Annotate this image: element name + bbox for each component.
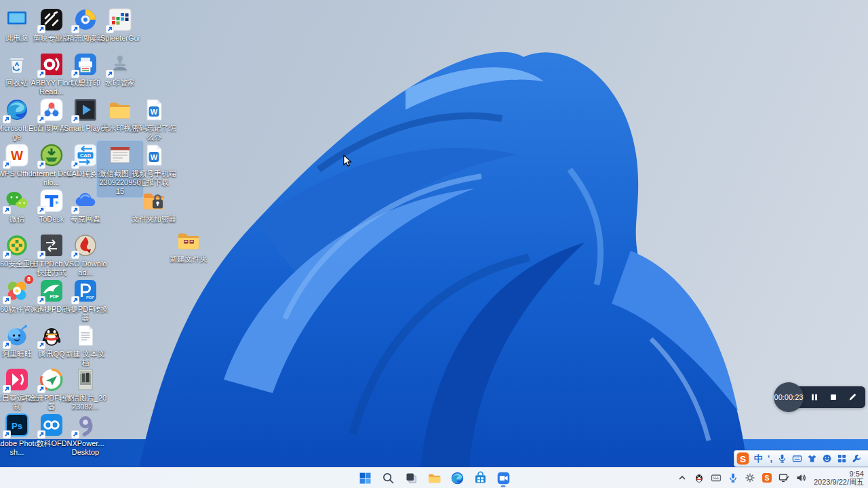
edge-button[interactable] — [448, 469, 467, 487]
folderlock-icon — [141, 188, 167, 214]
start-button[interactable] — [355, 469, 374, 487]
ime-punctuation-mode[interactable]: ’, — [768, 453, 772, 464]
file-explorer-button[interactable] — [425, 469, 443, 487]
edge-icon — [4, 97, 30, 123]
recording-time: 00:00:23 — [774, 393, 804, 401]
desktop-icon-vso-downloader[interactable]: VSO Download... — [62, 231, 108, 279]
photo-icon — [73, 367, 98, 392]
ime-chinese-mode-label: 中 — [754, 453, 763, 464]
baidupan-icon — [39, 97, 64, 123]
shortcut-arrow-icon — [106, 25, 114, 33]
ime-punctuation-mode-label: ’, — [768, 453, 772, 464]
desktop-icon-folder-encryptor[interactable]: 文件夹加密器 — [131, 186, 177, 225]
quark-icon — [73, 188, 98, 214]
clock-time: 9:54 — [814, 470, 864, 478]
ime-soft-keyboard[interactable] — [792, 453, 802, 464]
desktop-icon-word-doc-channels[interactable]: W视频号手机端汇报下载 — [131, 141, 177, 188]
desktop-icon-label: NXPower... Desktop — [63, 439, 108, 457]
desktop-icon-label: 新建文件夹 — [170, 255, 208, 264]
desktop-icon-label: 腾讯QQ — [38, 350, 64, 359]
shortcut-arrow-icon — [37, 25, 45, 33]
shortcut-arrow-icon — [3, 115, 11, 123]
screen-recorder-widget: 00:00:23 — [774, 382, 865, 412]
desktop-icon-label: 联想打印 — [71, 79, 100, 87]
shortcut-arrow-icon — [37, 296, 45, 304]
aliww-icon — [4, 323, 30, 348]
running-indicator — [501, 485, 506, 487]
svg-text:S: S — [764, 474, 769, 482]
keyboard-tray-icon[interactable] — [710, 472, 722, 484]
remote-tray-icon[interactable] — [744, 472, 755, 484]
desktop-icon-xunjie-pdf-converter[interactable]: PDF迅捷PDF转换器 — [62, 277, 108, 324]
ime-voice-input[interactable] — [777, 453, 787, 464]
microphone-tray-icon[interactable] — [727, 472, 738, 484]
store-button[interactable] — [471, 469, 490, 487]
desktop-icon-label: 视频号手机端汇报下载 — [132, 169, 176, 187]
worddoc-icon: W — [141, 142, 167, 168]
idm-icon — [39, 142, 64, 168]
desktop-icon-label: VSO Download... — [63, 260, 108, 277]
desktop-icon-label: 夸克网盘 — [71, 215, 100, 224]
cad-icon: CAD — [73, 142, 98, 168]
todesk-icon — [39, 188, 64, 214]
folder-icon — [107, 97, 133, 123]
nxpower-icon — [73, 412, 98, 438]
recorder-pause-button[interactable] — [809, 392, 819, 403]
qq-tray-icon[interactable] — [693, 472, 705, 484]
task-view-button[interactable] — [401, 469, 420, 487]
desktop-icon-nxpowerlite[interactable]: NXPower... Desktop — [62, 411, 108, 458]
desktop-icon-label: 阿里旺旺 — [2, 350, 32, 359]
ime-emoji[interactable] — [822, 453, 832, 464]
shortcut-arrow-icon — [71, 25, 79, 33]
ime-skin[interactable] — [807, 453, 817, 464]
recorder-button[interactable] — [494, 469, 513, 487]
desktop-icon-wechat-image[interactable]: 微信图片_2023082... — [62, 365, 108, 413]
ime-settings[interactable] — [852, 453, 862, 464]
kingshiper-icon — [39, 367, 64, 392]
shortcut-arrow-icon — [3, 341, 11, 349]
desktop-icon-label: 微信图片_2023082... — [63, 394, 108, 411]
shortcut-arrow-icon — [37, 251, 45, 259]
sunflower-icon — [4, 367, 30, 392]
recorder-controls — [793, 386, 865, 408]
smartplayer-icon — [73, 97, 98, 123]
taskbar-clock[interactable]: 9:54 2023/9/22/周五 — [814, 470, 864, 486]
desktop-icon-watermark-manager[interactable]: 水印管家 — [97, 50, 143, 89]
qq-icon — [39, 323, 64, 348]
sogou-tray-icon[interactable]: S — [761, 472, 772, 484]
recording-timer[interactable]: 00:00:23 — [774, 382, 804, 412]
ime-sogou-logo[interactable]: S — [736, 453, 749, 464]
cast-screen-tray-icon[interactable] — [778, 472, 789, 484]
ime-chinese-mode[interactable]: 中 — [754, 453, 763, 464]
stamp-icon — [107, 52, 133, 77]
search-button[interactable] — [378, 469, 397, 487]
desktop-icon-new-folder[interactable]: 新建文件夹 — [165, 226, 212, 265]
docer-icon — [73, 7, 98, 33]
svg-text:W: W — [151, 108, 158, 116]
desktop-icon-label: 密码忘记了怎么办 — [132, 124, 176, 142]
speaker-tray-icon[interactable] — [795, 472, 806, 484]
shortcut-arrow-icon — [37, 70, 45, 78]
folderfiles-icon — [176, 228, 201, 253]
svg-text:S: S — [740, 454, 746, 464]
ime-toolbox[interactable] — [837, 453, 847, 464]
pdfblue-icon: PDF — [73, 278, 98, 304]
desktop-icon-label: 回收站 — [6, 79, 28, 87]
recorder-edit-button[interactable] — [847, 392, 857, 403]
shortcut-arrow-icon — [3, 206, 11, 214]
desktop-icon-new-text-doc[interactable]: 新建 文本文档 — [62, 321, 108, 369]
desktop-icon-spleetergui[interactable]: SpleeterGui — [97, 5, 143, 44]
hidden-icons-chevron-icon[interactable] — [676, 472, 688, 484]
desktop-icon-label: 迅捷PDF转换器 — [63, 305, 108, 323]
desktop-icon-word-doc-password[interactable]: W密码忘记了怎么办 — [131, 96, 177, 143]
svg-text:PDF: PDF — [86, 296, 94, 300]
pinwheel-icon: 8 — [4, 278, 30, 304]
shortcut-arrow-icon — [71, 161, 79, 169]
desktop-icon-quark-netdisk[interactable]: 夸克网盘 — [62, 186, 108, 225]
clock-date: 2023/9/22/周五 — [814, 478, 864, 486]
shortcut-arrow-icon — [37, 341, 45, 349]
screenshot-icon — [107, 142, 133, 168]
shortcut-arrow-icon — [3, 430, 11, 439]
recorder-stop-button[interactable] — [828, 392, 838, 403]
shortcut-arrow-icon — [106, 70, 114, 78]
